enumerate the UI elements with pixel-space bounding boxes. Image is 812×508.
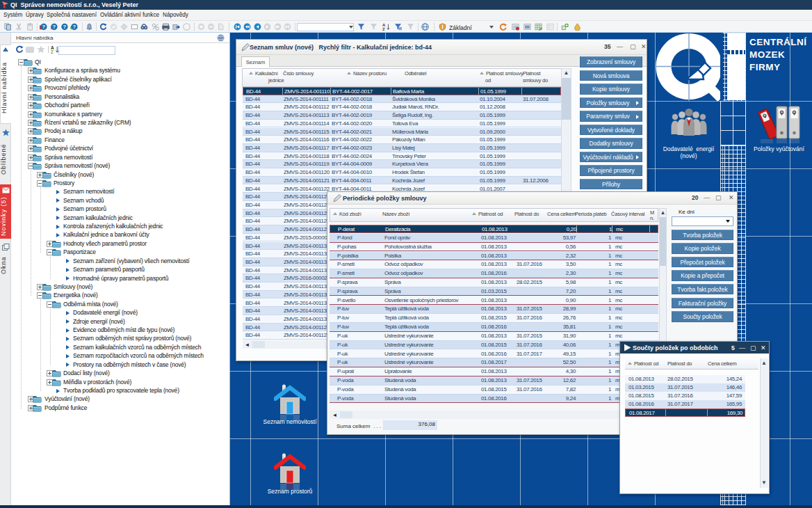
svg-text:?: ?: [53, 24, 56, 30]
svg-text:Z: Z: [51, 49, 54, 54]
svg-text:?: ?: [63, 24, 67, 30]
svg-text:Z: Z: [382, 27, 385, 31]
svg-text:?: ?: [42, 24, 46, 30]
svg-text:?: ?: [73, 24, 76, 30]
